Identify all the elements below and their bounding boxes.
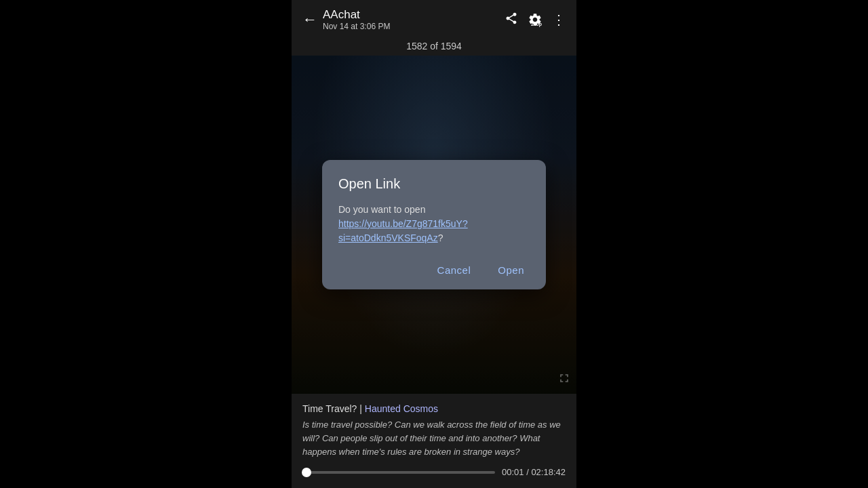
video-area: Open Link Do you want to open https://yo… — [292, 56, 576, 394]
time-display: 00:01 / 02:18:42 — [502, 467, 566, 477]
video-title-line: Time Travel? | Haunted Cosmos — [302, 403, 566, 414]
share-button[interactable] — [505, 12, 518, 28]
top-bar: ← AAchat Nov 14 at 3:06 PM 240p ⋮ — [292, 0, 576, 37]
progress-thumb[interactable] — [302, 468, 311, 477]
dialog-overlay: Open Link Do you want to open https://yo… — [292, 56, 576, 394]
current-time: 00:01 — [502, 467, 524, 477]
phone-container: ← AAchat Nov 14 at 3:06 PM 240p ⋮ — [292, 0, 576, 488]
channel-name: Haunted Cosmos — [365, 403, 438, 414]
more-options-button[interactable]: ⋮ — [552, 12, 566, 28]
dialog-actions: Cancel Open — [338, 262, 530, 279]
video-title-prefix: Time Travel? | — [302, 403, 365, 414]
dialog-body-suffix: ? — [438, 232, 443, 243]
counter: 1582 of 1594 — [292, 37, 576, 56]
total-time: 02:18:42 — [531, 467, 566, 477]
video-description: Is time travel possible? Can we walk acr… — [302, 418, 566, 459]
dialog-body: Do you want to open https://youtu.be/Z7g… — [338, 203, 530, 245]
progress-bar-area: 00:01 / 02:18:42 — [302, 467, 566, 483]
quality-label: 240p — [531, 22, 542, 26]
top-bar-right: 240p ⋮ — [505, 12, 566, 28]
dialog-body-prefix: Do you want to open — [338, 204, 425, 215]
open-button[interactable]: Open — [492, 262, 530, 279]
back-button[interactable]: ← — [302, 11, 317, 28]
progress-track[interactable] — [302, 471, 495, 474]
top-bar-left: ← AAchat Nov 14 at 3:06 PM — [302, 8, 390, 31]
date-time: Nov 14 at 3:06 PM — [323, 22, 390, 31]
dialog-title: Open Link — [338, 176, 530, 192]
dialog-link[interactable]: https://youtu.be/Z7g871fk5uY?si=atoDdkn5… — [338, 218, 468, 243]
app-name: AAchat — [323, 8, 390, 22]
open-link-dialog: Open Link Do you want to open https://yo… — [322, 160, 546, 289]
cancel-button[interactable]: Cancel — [432, 262, 477, 279]
quality-settings-button[interactable]: 240p — [528, 12, 542, 27]
title-block: AAchat Nov 14 at 3:06 PM — [323, 8, 390, 31]
bottom-content: Time Travel? | Haunted Cosmos Is time tr… — [292, 394, 576, 488]
